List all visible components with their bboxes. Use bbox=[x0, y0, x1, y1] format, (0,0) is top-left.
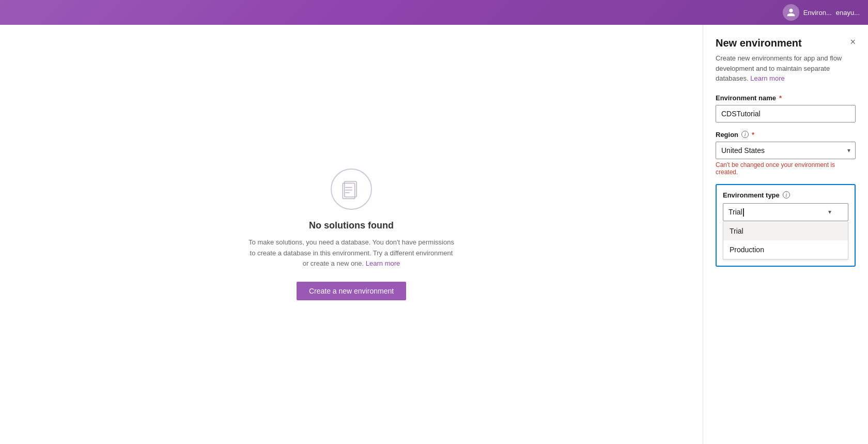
env-type-current-value: Trial bbox=[729, 208, 744, 217]
panel-header: New environment × bbox=[716, 37, 856, 49]
avatar-icon bbox=[783, 4, 799, 21]
env-name-input[interactable] bbox=[716, 105, 856, 123]
region-info-icon[interactable]: i bbox=[741, 131, 749, 138]
region-label: Region i * bbox=[716, 131, 856, 139]
topbar-env-label: Environ... bbox=[803, 9, 832, 17]
env-name-label: Environment name * bbox=[716, 94, 856, 102]
region-select-container: United States Europe Asia Australia Cana… bbox=[716, 142, 856, 159]
env-type-dropdown-trigger[interactable]: Trial ▾ bbox=[723, 203, 848, 221]
panel-description: Create new environments for app and flow… bbox=[716, 53, 856, 84]
no-solutions-desc: To make solutions, you need a database. … bbox=[248, 237, 455, 269]
topbar: Environ... enayu... bbox=[0, 0, 868, 25]
region-required-indicator: * bbox=[752, 131, 754, 139]
new-environment-panel: New environment × Create new environment… bbox=[703, 25, 868, 444]
environment-name-field: Environment name * bbox=[716, 94, 856, 123]
create-new-environment-button[interactable]: Create a new environment bbox=[297, 282, 406, 300]
env-type-option-trial[interactable]: Trial bbox=[723, 222, 848, 240]
env-type-label: Environment type i bbox=[723, 191, 848, 199]
region-select[interactable]: United States Europe Asia Australia Cana… bbox=[716, 142, 856, 159]
region-field: Region i * United States Europe Asia Aus… bbox=[716, 131, 856, 176]
topbar-user-label: enayu... bbox=[836, 9, 860, 17]
env-type-option-production[interactable]: Production bbox=[723, 240, 848, 259]
env-type-section: Environment type i Trial ▾ Trial Product… bbox=[716, 184, 856, 267]
env-type-chevron-icon: ▾ bbox=[828, 208, 831, 216]
region-hint: Can't be changed once your environment i… bbox=[716, 161, 856, 176]
cursor-indicator bbox=[743, 208, 744, 217]
panel-learn-more-link[interactable]: Learn more bbox=[750, 74, 784, 82]
main-area: No solutions found To make solutions, yo… bbox=[0, 25, 868, 444]
required-indicator: * bbox=[779, 94, 782, 102]
no-solutions-icon bbox=[331, 169, 372, 210]
panel-title: New environment bbox=[716, 37, 802, 49]
left-content: No solutions found To make solutions, yo… bbox=[0, 25, 703, 444]
panel-close-button[interactable]: × bbox=[850, 37, 856, 47]
topbar-right: Environ... enayu... bbox=[783, 4, 860, 21]
no-solutions-title: No solutions found bbox=[309, 220, 394, 231]
env-type-dropdown-list: Trial Production bbox=[723, 222, 848, 259]
no-solutions-learn-more-link[interactable]: Learn more bbox=[366, 259, 400, 267]
env-type-info-icon[interactable]: i bbox=[783, 191, 790, 198]
